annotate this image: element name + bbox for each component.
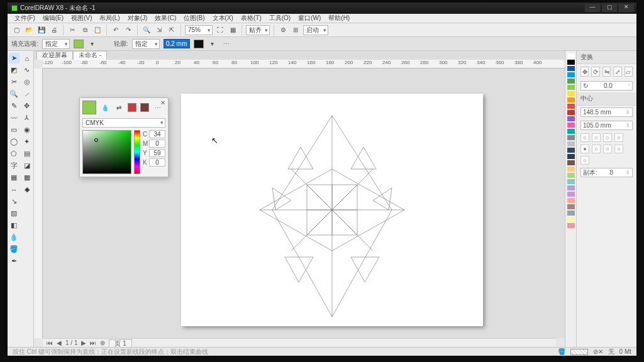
pick-tool-icon[interactable]: ➤ [9, 53, 19, 63]
eyedropper-icon[interactable]: 💧 [100, 102, 110, 112]
crop-tool-icon[interactable]: ✂ [9, 77, 19, 87]
knife-subtool-icon[interactable]: ⟋ [21, 89, 32, 99]
anchor-t[interactable]: ○ [592, 133, 601, 142]
palette-swatch[interactable] [567, 173, 575, 178]
fill-dropdown-icon[interactable]: ▾ [87, 39, 97, 49]
palette-swatch[interactable] [567, 223, 575, 228]
flyout-close-icon[interactable]: ✕ [160, 99, 165, 106]
anchor-l[interactable]: ○ [614, 133, 623, 142]
cut-icon[interactable]: ✂ [67, 25, 77, 35]
palette-swatch[interactable] [567, 160, 575, 165]
save-icon[interactable]: 💾 [36, 25, 47, 35]
sv-plane[interactable] [82, 130, 131, 174]
menu-bitmap[interactable]: 位图(B) [180, 14, 208, 23]
outline-width-field[interactable]: 0.2 mm [164, 39, 190, 48]
palette-swatch[interactable] [567, 211, 575, 216]
palette-swatch[interactable] [567, 204, 575, 209]
fill-tool-icon[interactable]: 🪣 [9, 244, 19, 255]
text-tool-icon[interactable]: 字 [9, 160, 19, 171]
table-tool-icon[interactable]: ▦ [9, 172, 19, 183]
outline-tool-icon[interactable]: ✒ [9, 256, 19, 266]
snap-dropdown[interactable]: 贴齐 [246, 25, 270, 35]
hue-slider[interactable] [134, 130, 140, 174]
palette-swatch[interactable] [567, 154, 575, 159]
recent-color-2[interactable] [140, 103, 149, 112]
zoom-dropdown[interactable]: 75% [185, 25, 213, 35]
fill-mode-dropdown[interactable]: 指定 [42, 39, 70, 49]
menu-table[interactable]: 表格(T) [238, 14, 265, 23]
undo-icon[interactable]: ↶ [111, 25, 121, 35]
menu-tools[interactable]: 工具(O) [266, 14, 294, 23]
copies-field[interactable]: 副本:8⇕ [580, 168, 633, 177]
graph-subtool-icon[interactable]: ▤ [21, 148, 32, 159]
freehand-tool-icon[interactable]: ✎ [9, 101, 19, 111]
palette-swatch[interactable] [567, 192, 575, 197]
mesh-subtool-icon[interactable]: ▩ [21, 172, 32, 183]
anchor-b[interactable]: ○ [614, 145, 623, 153]
c-field[interactable]: 34 [149, 130, 165, 138]
rotation-field[interactable]: ↻0.0° [580, 81, 633, 90]
new-icon[interactable]: ▢ [11, 25, 21, 35]
anchor-r[interactable]: ○ [592, 145, 601, 153]
effects-tool-icon[interactable]: ▨ [9, 208, 19, 219]
next-page-icon[interactable]: ▶ [81, 339, 86, 346]
palette-swatch[interactable] [567, 135, 575, 140]
close-button[interactable]: ✕ [619, 4, 634, 12]
menu-file[interactable]: 文件(F) [11, 14, 38, 23]
ellipse-tool-icon[interactable]: ◯ [9, 136, 19, 147]
outline-color-swatch[interactable] [194, 40, 204, 48]
menu-layout[interactable]: 布局(L) [96, 14, 123, 23]
fill-indicator-icon[interactable]: 🪣 [558, 348, 565, 355]
page-tab-1[interactable]: 页 1 [109, 339, 131, 347]
menu-object[interactable]: 对象(J) [125, 14, 151, 23]
palette-swatch[interactable] [567, 217, 575, 222]
k-field[interactable]: 0 [149, 158, 165, 167]
palette-swatch[interactable] [567, 79, 575, 84]
polygon-tool-icon[interactable]: ⬠ [9, 148, 19, 159]
menu-view[interactable]: 视图(V) [68, 14, 95, 23]
mirror-mode-icon[interactable]: ⇋ [602, 67, 611, 77]
anchor-br[interactable]: ○ [580, 156, 589, 165]
menu-text[interactable]: 文本(X) [209, 14, 236, 23]
dimension-tool-icon[interactable]: ↔ [9, 184, 19, 195]
fullscreen-icon[interactable]: ⛶ [215, 25, 225, 35]
center-x-field[interactable]: 148.5 mm⇕ [580, 107, 633, 117]
tab-welcome[interactable]: 欢迎屏幕 [36, 51, 73, 60]
outline-mode-dropdown[interactable]: 指定 [132, 39, 160, 49]
palette-swatch[interactable] [567, 91, 575, 96]
rotate-mode-icon[interactable]: ⟳ [591, 67, 599, 77]
menu-window[interactable]: 窗口(W) [295, 14, 324, 23]
palette-swatch[interactable] [567, 123, 575, 128]
pan-subtool-icon[interactable]: ✥ [21, 101, 32, 111]
palette-swatch[interactable] [567, 97, 575, 102]
palette-swatch[interactable] [567, 66, 575, 71]
palette-swatch[interactable] [567, 72, 575, 77]
maximize-button[interactable]: ▢ [602, 4, 617, 12]
first-page-icon[interactable]: ⏮ [47, 339, 53, 346]
connector-tool-icon[interactable]: ↘ [9, 196, 19, 207]
anchor-c[interactable]: ● [580, 145, 589, 153]
star-subtool-icon[interactable]: ✦ [21, 136, 32, 147]
palette-swatch[interactable] [567, 60, 575, 65]
fill-indicator-swatch[interactable] [570, 349, 588, 355]
transparency-tool-icon[interactable]: ◧ [9, 220, 19, 231]
m-field[interactable]: 0 [149, 140, 165, 148]
menu-edit[interactable]: 编辑(E) [40, 14, 67, 23]
palette-swatch[interactable] [567, 110, 575, 115]
copy-icon[interactable]: ⧉ [80, 25, 90, 35]
current-color-swatch[interactable] [82, 101, 96, 114]
home-icon[interactable]: ⌂ [21, 53, 32, 63]
palette-swatch[interactable] [567, 179, 575, 184]
fill-swatch[interactable] [74, 40, 84, 48]
anchor-tl[interactable]: ○ [580, 133, 589, 142]
tab-document[interactable]: 未命名 - [73, 51, 107, 60]
outline-dropdown-icon[interactable]: ▾ [208, 39, 218, 49]
palette-swatch[interactable] [567, 53, 575, 58]
menu-effect[interactable]: 效果(C) [152, 14, 179, 23]
redo-icon[interactable]: ↷ [123, 25, 133, 35]
outline-none-icon[interactable]: ⊘✕ [593, 348, 603, 355]
palette-swatch[interactable] [567, 167, 575, 172]
paste-icon[interactable]: 📋 [92, 25, 103, 35]
spiral-subtool-icon[interactable]: ◉ [21, 124, 32, 135]
palette-swatch[interactable] [567, 85, 575, 90]
